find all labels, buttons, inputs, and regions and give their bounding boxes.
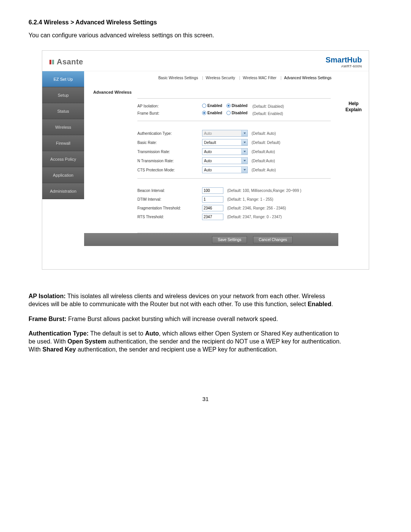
frame-burst-enabled-radio[interactable]: Enabled [202, 111, 222, 115]
radio-icon [202, 104, 206, 108]
para-tail: . [331, 301, 333, 307]
basic-rate-select[interactable]: Default [202, 139, 248, 146]
explain-label: Explain [338, 107, 369, 113]
tx-rate-hint: (Default:Auto) [248, 150, 275, 154]
sidebar: EZ Set Up Setup Status Wireless Firewall… [42, 71, 84, 269]
cts-mode-hint: (Default: Auto) [248, 168, 276, 172]
tab-bar: Basic Wireless SettingsWireless Security… [84, 76, 338, 85]
svg-rect-0 [49, 60, 51, 64]
nav-wireless[interactable]: Wireless [42, 119, 84, 135]
nav-status[interactable]: Status [42, 103, 84, 119]
label-rts-threshold: RTS Threshold: [137, 215, 202, 219]
label-n-tx-rate: N Transmission Rate: [137, 159, 202, 163]
help-column: Help Explain [338, 71, 369, 269]
chevron-down-icon [241, 130, 247, 136]
select-value: Auto [202, 150, 241, 154]
para-text: This isolates all wireless clients and w… [29, 293, 325, 307]
frame-burst-hint: (Default: Enabled) [252, 112, 283, 116]
n-tx-rate-hint: (Default:Auto) [248, 159, 275, 163]
footer-bar: Save Settings Cancel Changes [84, 233, 338, 246]
doc-para-ap-isolation: AP Isolation: This isolates all wireless… [29, 292, 344, 308]
radio-label: Disabled [232, 104, 248, 108]
ap-isolation-disabled-radio[interactable]: Disabled [226, 104, 248, 108]
radio-label: Enabled [207, 104, 222, 108]
tab-mac-filter[interactable]: Wireless MAC Filter [237, 76, 278, 80]
auth-type-hint: (Default: Auto) [248, 131, 276, 136]
n-tx-rate-select[interactable]: Auto [202, 157, 248, 164]
chevron-down-icon [241, 167, 247, 173]
label-dtim-interval: DTIM Interval: [137, 197, 202, 201]
nav-ez-setup[interactable]: EZ Set Up [42, 71, 84, 87]
help-label: Help [338, 101, 369, 107]
tab-wireless-security[interactable]: Wireless Security [199, 76, 236, 80]
label-frag-threshold: Fragmentation Threshold: [137, 206, 202, 210]
group-numeric: Beacon Interval: (Default: 100, Millisec… [137, 182, 331, 233]
cancel-changes-button[interactable]: Cancel Changes [253, 236, 293, 243]
label-frame-burst: Frame Burst: [137, 111, 202, 115]
para-lead: AP Isolation: [29, 293, 66, 299]
radio-label: Disabled [232, 111, 248, 115]
cts-mode-select[interactable]: Auto [202, 166, 248, 173]
para-text: The default is set to [89, 330, 145, 337]
brand-model: AWRT-600N [341, 64, 362, 68]
doc-heading: 6.2.4 Wireless > Advanced Wireless Setti… [29, 19, 382, 26]
svg-rect-1 [52, 60, 54, 64]
chevron-down-icon [241, 149, 247, 155]
select-value: Default [202, 141, 241, 145]
select-value: Auto [202, 168, 241, 172]
label-tx-rate: Transmission Rate: [137, 150, 202, 154]
group-radio-options: AP Isolation: Enabled Disabled (Default:… [137, 98, 331, 121]
label-cts-mode: CTS Protection Mode: [137, 168, 202, 172]
ap-isolation-enabled-radio[interactable]: Enabled [202, 104, 222, 108]
nav-firewall[interactable]: Firewall [42, 135, 84, 151]
nav-application[interactable]: Application [42, 167, 84, 183]
para-lead: Authentication Type: [29, 330, 89, 337]
radio-icon [226, 104, 231, 108]
doc-intro: You can configure various advanced wirel… [29, 32, 382, 39]
nav-access-policy[interactable]: Access Policy [42, 151, 84, 167]
basic-rate-hint: (Default: Default) [248, 141, 280, 145]
label-basic-rate: Basic Rate: [137, 141, 202, 145]
brand-icon [49, 59, 55, 65]
label-ap-isolation: AP Isolation: [137, 104, 202, 108]
beacon-interval-input[interactable] [202, 187, 223, 194]
save-settings-button[interactable]: Save Settings [212, 236, 247, 243]
doc-para-frame-burst: Frame Burst: Frame Burst allows packet b… [29, 315, 344, 323]
chevron-down-icon [241, 158, 247, 164]
radio-label: Enabled [207, 111, 222, 115]
radio-icon [202, 111, 206, 115]
select-value: Auto [202, 159, 241, 163]
auth-type-select[interactable]: Auto [202, 130, 248, 137]
select-value: Auto [202, 131, 241, 136]
beacon-hint: (Default: 100, Milliseconds,Range: 20~99… [223, 189, 301, 193]
dtim-interval-input[interactable] [202, 196, 223, 203]
rts-threshold-input[interactable] [202, 214, 223, 220]
rts-hint: (Default: 2347, Range: 0 - 2347) [223, 215, 282, 219]
nav-setup[interactable]: Setup [42, 87, 84, 103]
group-selects: Authentication Type: Auto (Default: Auto… [137, 125, 331, 179]
dtim-hint: (Default: 1, Range: 1 - 255) [223, 197, 273, 201]
tx-rate-select[interactable]: Auto [202, 148, 248, 155]
panel-title: Advanced Wireless [84, 85, 338, 94]
chevron-down-icon [241, 139, 247, 145]
tab-advanced-wireless[interactable]: Advanced Wireless Settings [278, 76, 333, 80]
radio-icon [226, 111, 231, 115]
ui-header: Asante SmartHub AWRT-600N [42, 51, 369, 71]
router-ui-screenshot: Asante SmartHub AWRT-600N EZ Set Up Setu… [42, 50, 369, 270]
para-bold: Enabled [307, 301, 331, 307]
ap-isolation-hint: (Default: Disabled) [252, 104, 284, 109]
para-bold: Auto [145, 330, 159, 337]
brand-left: Asante [49, 58, 83, 66]
brand-right: SmartHub AWRT-600N [325, 56, 362, 68]
brand-right-title: SmartHub [325, 56, 362, 64]
para-bold: Shared Key [42, 346, 76, 353]
brand-left-text: Asante [57, 58, 83, 66]
label-beacon-interval: Beacon Interval: [137, 189, 202, 193]
para-lead: Frame Burst: [29, 316, 67, 322]
doc-para-auth-type: Authentication Type: The default is set … [29, 330, 344, 353]
frame-burst-disabled-radio[interactable]: Disabled [226, 111, 248, 115]
nav-administration[interactable]: Administration [42, 183, 84, 199]
frag-threshold-input[interactable] [202, 205, 223, 211]
tab-basic-wireless[interactable]: Basic Wireless Settings [157, 76, 199, 80]
para-bold: Open System [67, 338, 106, 345]
